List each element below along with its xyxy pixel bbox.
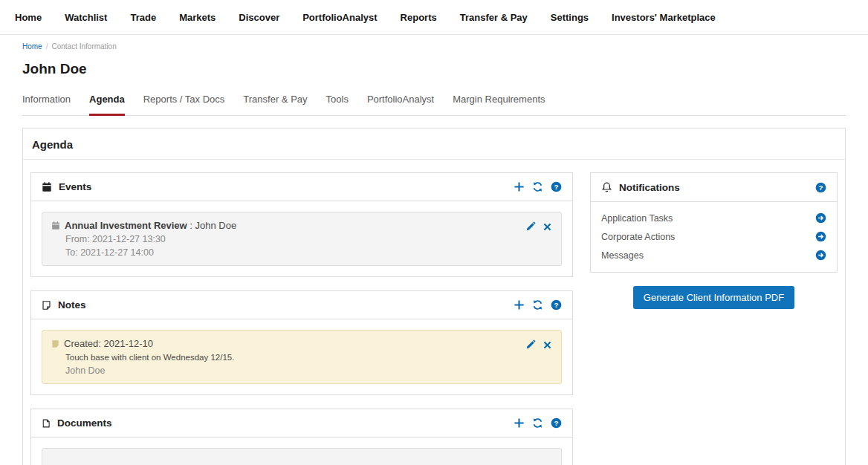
- events-title: Events: [59, 181, 91, 192]
- notes-title: Notes: [58, 299, 86, 310]
- note-author: John Doe: [65, 365, 525, 376]
- tab-agenda[interactable]: Agenda: [89, 94, 125, 116]
- tab-bar: Information Agenda Reports / Tax Docs Tr…: [22, 94, 846, 116]
- nav-item-markets[interactable]: Markets: [179, 12, 216, 23]
- tab-reports-tax-docs[interactable]: Reports / Tax Docs: [143, 94, 225, 115]
- breadcrumb-current: Contact Information: [51, 42, 116, 51]
- tab-transfer-pay[interactable]: Transfer & Pay: [243, 94, 307, 115]
- arrow-circle-right-icon[interactable]: [815, 250, 826, 261]
- note-item-icon: [51, 339, 59, 348]
- documents-card: Documents: [30, 409, 573, 465]
- event-to: To: 2021-12-27 14:00: [65, 247, 525, 258]
- note-item: Created: 2021-12-10 Touch base with clie…: [42, 330, 562, 384]
- nav-item-investors-marketplace[interactable]: Investors' Marketplace: [612, 12, 716, 23]
- event-from: From: 2021-12-27 13:30: [65, 234, 525, 244]
- svg-text:?: ?: [554, 301, 558, 309]
- add-note-icon[interactable]: [514, 299, 525, 310]
- tab-tools[interactable]: Tools: [326, 94, 349, 115]
- document-item: [42, 448, 562, 465]
- documents-help-icon[interactable]: ?: [551, 417, 562, 429]
- edit-note-icon[interactable]: [525, 339, 536, 350]
- breadcrumb-separator: /: [46, 42, 48, 51]
- note-created: Created: 2021-12-10: [64, 338, 153, 349]
- delete-event-icon[interactable]: [542, 222, 552, 232]
- event-title: Annual Investment Review : John Doe: [65, 220, 236, 231]
- add-event-icon[interactable]: [514, 181, 525, 192]
- notification-row-messages[interactable]: Messages: [591, 246, 837, 264]
- edit-event-icon[interactable]: [525, 221, 536, 232]
- notes-help-icon[interactable]: ?: [551, 299, 562, 310]
- svg-text:?: ?: [554, 419, 558, 427]
- notes-card: Notes: [30, 290, 573, 395]
- note-text: Touch base with client on Wednesday 12/1…: [65, 353, 525, 362]
- documents-title: Documents: [57, 417, 112, 429]
- event-item: Annual Investment Review : John Doe From…: [42, 212, 562, 266]
- arrow-circle-right-icon[interactable]: [815, 231, 826, 242]
- notification-label: Corporate Actions: [601, 232, 675, 242]
- page-title: John Doe: [22, 61, 868, 77]
- refresh-documents-icon[interactable]: [532, 417, 543, 429]
- agenda-panel: Agenda Events: [22, 128, 846, 465]
- tab-information[interactable]: Information: [22, 94, 71, 115]
- breadcrumb-home-link[interactable]: Home: [22, 42, 42, 51]
- notifications-card: Notifications ? Application Tasks: [590, 172, 838, 273]
- add-document-icon[interactable]: [514, 417, 525, 429]
- notifications-help-icon[interactable]: ?: [815, 182, 826, 193]
- delete-note-icon[interactable]: [542, 340, 552, 350]
- notification-label: Messages: [601, 250, 644, 261]
- events-card: Events: [30, 172, 573, 277]
- tab-margin-requirements[interactable]: Margin Requirements: [453, 94, 545, 115]
- nav-item-watchlist[interactable]: Watchlist: [65, 12, 107, 23]
- note-icon: [42, 300, 51, 310]
- notification-row-corporate-actions[interactable]: Corporate Actions: [591, 227, 837, 246]
- notification-label: Application Tasks: [601, 213, 673, 224]
- agenda-panel-title: Agenda: [23, 129, 845, 159]
- arrow-circle-right-icon[interactable]: [815, 212, 826, 224]
- tab-portfolioanalyst[interactable]: PortfolioAnalyst: [367, 94, 434, 115]
- refresh-events-icon[interactable]: [532, 181, 543, 192]
- nav-item-reports[interactable]: Reports: [401, 12, 437, 23]
- nav-item-settings[interactable]: Settings: [551, 12, 589, 23]
- svg-text:?: ?: [818, 183, 823, 191]
- nav-item-transfer-pay[interactable]: Transfer & Pay: [460, 12, 528, 23]
- nav-item-trade[interactable]: Trade: [130, 12, 156, 23]
- calendar-icon: [42, 181, 52, 192]
- bell-icon: [601, 181, 612, 193]
- top-nav: Home Watchlist Trade Markets Discover Po…: [0, 0, 868, 35]
- notification-row-application-tasks[interactable]: Application Tasks: [591, 209, 837, 227]
- generate-client-pdf-button[interactable]: Generate Client Information PDF: [633, 286, 794, 309]
- nav-item-discover[interactable]: Discover: [239, 12, 279, 23]
- events-help-icon[interactable]: ?: [551, 181, 562, 192]
- refresh-notes-icon[interactable]: [532, 299, 543, 310]
- breadcrumb: Home/Contact Information: [22, 42, 868, 51]
- svg-text:?: ?: [554, 183, 558, 191]
- notifications-title: Notifications: [619, 182, 680, 193]
- nav-item-portfolioanalyst[interactable]: PortfolioAnalyst: [302, 12, 377, 23]
- event-calendar-icon: [51, 221, 60, 230]
- nav-item-home[interactable]: Home: [15, 12, 42, 23]
- document-icon: [42, 418, 51, 429]
